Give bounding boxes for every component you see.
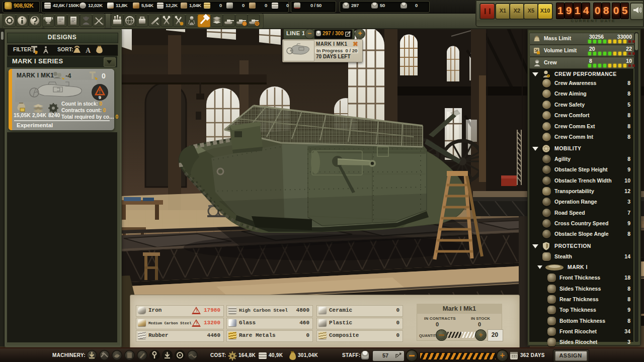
svg-text:A: A [86, 47, 91, 54]
svg-text:0: 0 [102, 72, 106, 80]
svg-text:-4: -4 [65, 72, 71, 79]
